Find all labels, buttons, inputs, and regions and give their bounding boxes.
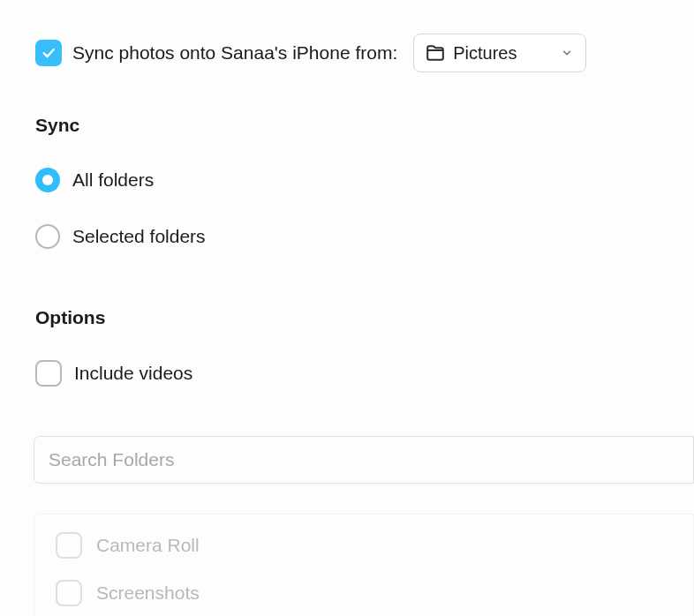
radio-selected-folders[interactable] — [35, 224, 60, 249]
options-section-heading: Options — [35, 307, 694, 328]
sync-section-heading: Sync — [35, 115, 694, 136]
folder-row-screenshots[interactable]: Screenshots — [56, 580, 672, 606]
radio-all-folders[interactable] — [35, 168, 60, 192]
include-videos-label: Include videos — [74, 363, 192, 384]
sync-source-dropdown[interactable]: Pictures — [413, 34, 586, 72]
include-videos-row[interactable]: Include videos — [35, 360, 694, 387]
folder-checkbox[interactable] — [56, 580, 82, 606]
sync-source-label: Pictures — [453, 43, 554, 64]
chevron-down-icon — [561, 47, 573, 59]
include-videos-checkbox[interactable] — [35, 360, 62, 387]
folders-list-panel: Camera Roll Screenshots — [34, 514, 694, 616]
folder-label: Screenshots — [96, 582, 200, 604]
folder-row-camera-roll[interactable]: Camera Roll — [56, 532, 672, 559]
radio-selected-folders-row[interactable]: Selected folders — [35, 224, 694, 249]
radio-selected-dot — [42, 175, 53, 185]
radio-all-folders-row[interactable]: All folders — [35, 168, 694, 192]
sync-enable-label: Sync photos onto Sanaa's iPhone from: — [72, 42, 397, 64]
search-folders-input[interactable]: Search Folders — [34, 436, 694, 484]
sync-enable-row: Sync photos onto Sanaa's iPhone from: Pi… — [35, 34, 694, 72]
folder-checkbox[interactable] — [56, 532, 82, 559]
sync-enable-checkbox[interactable] — [35, 40, 62, 66]
search-placeholder: Search Folders — [49, 449, 174, 470]
radio-selected-folders-label: Selected folders — [72, 226, 206, 247]
radio-all-folders-label: All folders — [72, 169, 154, 191]
checkmark-icon — [41, 45, 57, 61]
folder-label: Camera Roll — [96, 535, 200, 556]
folder-icon — [425, 42, 446, 64]
